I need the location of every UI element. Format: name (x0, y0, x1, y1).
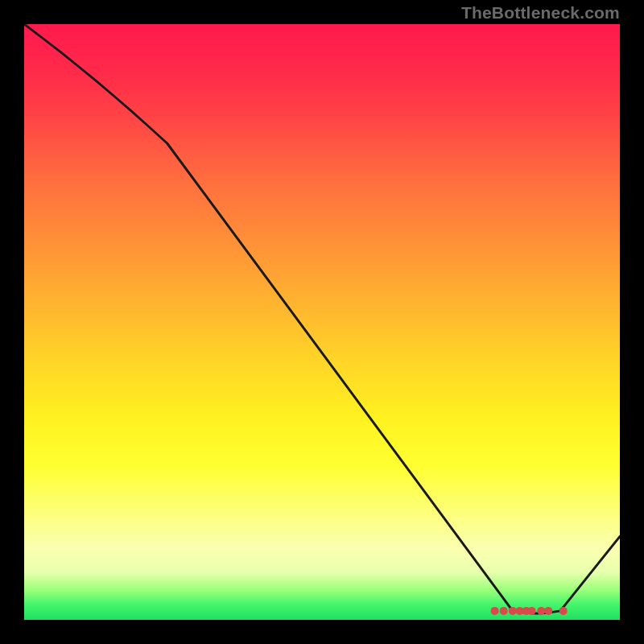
data-marker (500, 607, 508, 615)
data-marker (509, 607, 517, 615)
data-marker (544, 607, 552, 615)
data-marker (537, 607, 545, 615)
watermark-text: TheBottleneck.com (461, 3, 620, 23)
data-marker (491, 607, 499, 615)
chart-overlay (24, 24, 620, 620)
data-marker (559, 607, 568, 615)
curve-line (24, 24, 620, 613)
chart-root: TheBottleneck.com (0, 0, 644, 644)
data-marker (527, 607, 535, 615)
